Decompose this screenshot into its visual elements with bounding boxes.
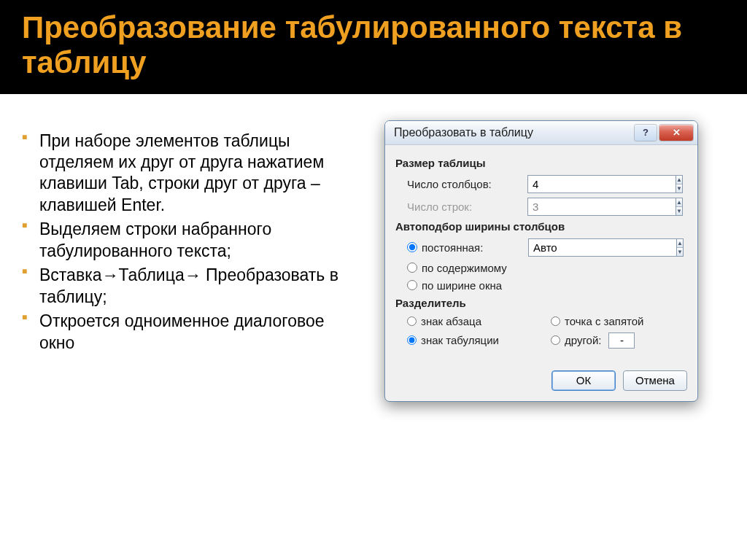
autofit-content-label: по содержимому — [422, 262, 507, 274]
help-icon: ? — [643, 127, 649, 138]
cancel-button[interactable]: Отмена — [623, 370, 687, 391]
fixed-width-label: постоянная: — [422, 241, 524, 254]
fixed-width-radio[interactable] — [407, 242, 417, 252]
spinner-buttons: ▲ ▼ — [676, 198, 683, 216]
rows-label: Число строк: — [407, 201, 527, 213]
sep-semicolon-radio[interactable] — [551, 316, 560, 326]
convert-to-table-dialog: Преобразовать в таблицу ? ✕ Размер табли… — [384, 120, 698, 402]
sep-paragraph-radio[interactable] — [407, 316, 417, 326]
rows-row: Число строк: ▲ ▼ — [407, 198, 687, 216]
slide-content: При наборе элементов таблицы отделяем их… — [0, 94, 747, 402]
bullet-item: Выделяем строки набранного табулированно… — [22, 219, 343, 262]
bullet-item: Вставка→Таблица→ Преобразовать в таблицу… — [22, 265, 343, 308]
spinner-buttons[interactable]: ▲ ▼ — [676, 175, 683, 193]
size-group-label: Размер таблицы — [395, 157, 687, 169]
autofit-window-label: по ширине окна — [422, 279, 502, 292]
cancel-label: Отмена — [635, 374, 675, 386]
columns-label: Число столбцов: — [407, 178, 527, 190]
rows-input — [527, 198, 676, 216]
bullet-column: При наборе элементов таблицы отделяем их… — [22, 116, 343, 402]
sep-tab-cell: знак табуляции — [407, 332, 543, 349]
sep-semicolon-cell: точка с запятой — [551, 315, 687, 327]
spin-up-icon[interactable]: ▲ — [677, 239, 683, 248]
close-icon: ✕ — [673, 127, 681, 138]
spinner-buttons[interactable]: ▲ ▼ — [676, 238, 684, 257]
sep-other-cell: другой: — [551, 332, 687, 349]
dialog-footer: ОК Отмена — [385, 362, 697, 401]
ok-button[interactable]: ОК — [551, 370, 616, 391]
fixed-width-spinner[interactable]: ▲ ▼ — [528, 238, 597, 257]
sep-tab-label: знак табуляции — [421, 334, 499, 346]
columns-spinner[interactable]: ▲ ▼ — [527, 175, 597, 193]
close-button[interactable]: ✕ — [659, 125, 693, 141]
fixed-width-input[interactable] — [528, 238, 676, 257]
help-button[interactable]: ? — [635, 125, 657, 141]
sep-semicolon-label: точка с запятой — [565, 315, 644, 327]
sep-other-input[interactable] — [608, 332, 635, 349]
bullet-list: При наборе элементов таблицы отделяем их… — [22, 131, 343, 354]
separator-group-label: Разделитель — [395, 297, 687, 309]
sep-other-radio[interactable] — [551, 335, 560, 345]
slide-title: Преобразование табулированного текста в … — [22, 10, 725, 81]
dialog-body: Размер таблицы Число столбцов: ▲ ▼ Число… — [385, 145, 697, 362]
columns-input[interactable] — [527, 175, 676, 193]
dialog-wrap: Преобразовать в таблицу ? ✕ Размер табли… — [357, 116, 725, 402]
dialog-titlebar[interactable]: Преобразовать в таблицу ? ✕ — [385, 121, 697, 145]
autofit-group-label: Автоподбор ширины столбцов — [395, 220, 687, 233]
spin-up-icon: ▲ — [676, 198, 682, 207]
sep-other-label: другой: — [565, 334, 601, 346]
spin-up-icon[interactable]: ▲ — [676, 176, 682, 184]
autofit-window-row: по ширине окна — [407, 279, 687, 292]
autofit-content-row: по содержимому — [407, 262, 687, 274]
sep-paragraph-cell: знак абзаца — [407, 315, 543, 327]
fixed-width-row: постоянная: ▲ ▼ — [407, 238, 687, 257]
ok-label: ОК — [576, 374, 591, 386]
bullet-item: Откроется одноименное диалоговое окно — [22, 311, 343, 354]
separator-grid: знак абзаца точка с запятой знак табуляц… — [407, 315, 687, 349]
slide-title-bar: Преобразование табулированного текста в … — [0, 0, 747, 94]
rows-spinner: ▲ ▼ — [527, 198, 597, 216]
columns-row: Число столбцов: ▲ ▼ — [407, 175, 687, 193]
dialog-title: Преобразовать в таблицу — [394, 126, 632, 139]
autofit-content-radio[interactable] — [407, 262, 417, 273]
spin-down-icon: ▼ — [676, 207, 682, 215]
bullet-item: При наборе элементов таблицы отделяем их… — [22, 131, 343, 217]
spin-down-icon[interactable]: ▼ — [677, 248, 683, 256]
sep-paragraph-label: знак абзаца — [421, 315, 481, 327]
autofit-window-radio[interactable] — [407, 280, 417, 290]
sep-tab-radio[interactable] — [407, 335, 417, 345]
spin-down-icon[interactable]: ▼ — [676, 184, 682, 192]
